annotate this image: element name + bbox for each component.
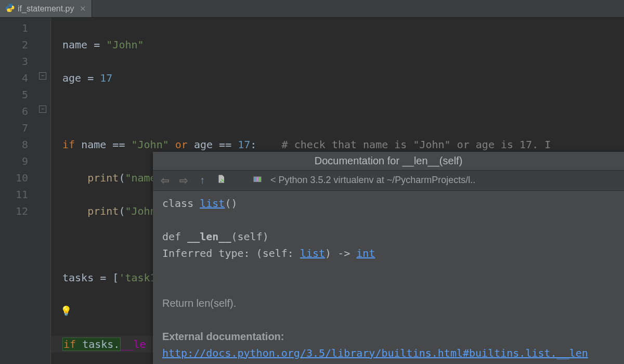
code-line: if name == "John" or age == 17: # check …	[62, 136, 624, 153]
type-link-list[interactable]: list	[300, 247, 325, 259]
line-number: 10	[0, 170, 28, 186]
edit-source-icon[interactable]	[215, 174, 227, 187]
tab-close-icon[interactable]: ✕	[80, 4, 86, 14]
doc-body: class list() def __len__(self) Inferred …	[153, 191, 624, 364]
nav-back-icon[interactable]: ⇦	[159, 174, 171, 187]
doc-breadcrumb: < Python 3.5.2 virtualenv at ~/PycharmPr…	[270, 175, 618, 186]
fold-end-icon[interactable]: −	[39, 106, 46, 113]
line-number: 7	[0, 120, 28, 136]
line-number: 12	[0, 203, 28, 219]
documentation-popup[interactable]: Documentation for __len__(self) ⇦ ⇨ ↑ < …	[153, 152, 624, 364]
doc-toolbar: ⇦ ⇨ ↑ < Python 3.5.2 virtualenv at ~/Pyc…	[153, 170, 624, 191]
nav-forward-icon[interactable]: ⇨	[178, 174, 189, 187]
line-number: 4	[0, 70, 28, 86]
code-line: name = "John"	[62, 36, 624, 53]
type-link-int[interactable]: int	[356, 247, 375, 259]
intention-bulb-icon[interactable]: 💡	[60, 303, 72, 319]
code-line: age = 17	[62, 70, 624, 86]
fold-start-icon[interactable]: −	[39, 72, 46, 80]
line-number: 9	[0, 153, 28, 170]
doc-title: Documentation for __len__(self)	[153, 152, 624, 170]
line-number: 11	[0, 186, 28, 203]
tab-filename: if_statement.py	[18, 4, 74, 14]
line-number: 6	[0, 103, 28, 120]
file-tab[interactable]: if_statement.py ✕	[0, 0, 92, 17]
line-number: 3	[0, 53, 28, 70]
fold-column: − −	[36, 18, 51, 364]
line-number: 2	[0, 36, 28, 53]
external-doc-link[interactable]: http://docs.python.org/3.5/library/built…	[162, 347, 588, 359]
module-icon	[252, 174, 263, 186]
line-number-gutter: 1 2 3 4 5 6 7 8 9 10 11 12	[0, 18, 36, 364]
line-number: 8	[0, 136, 28, 153]
code-line	[62, 103, 624, 120]
python-file-icon	[5, 3, 15, 15]
line-number: 1	[0, 20, 28, 36]
class-link[interactable]: list	[200, 197, 225, 210]
nav-up-icon[interactable]: ↑	[197, 174, 208, 186]
line-number: 5	[0, 86, 28, 103]
